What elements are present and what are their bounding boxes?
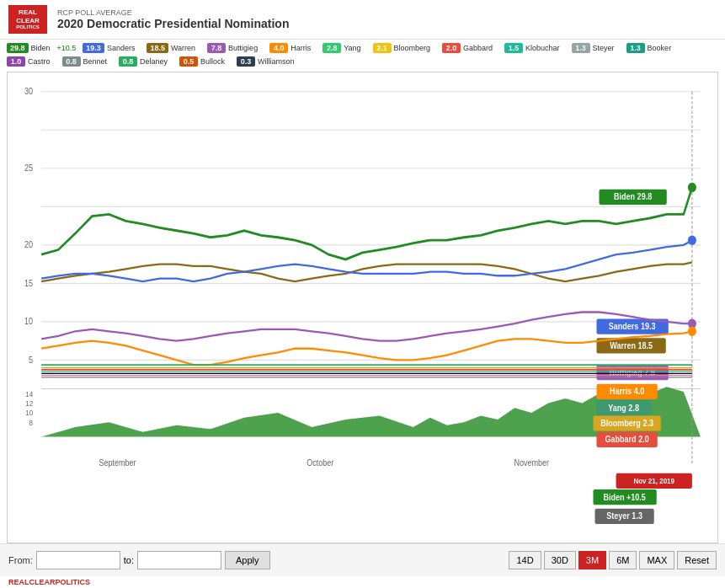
legend-badge: 1.0 — [7, 56, 25, 67]
svg-text:Gabbard 2.0: Gabbard 2.0 — [605, 435, 649, 445]
legend-name: Klobuchar — [525, 44, 560, 52]
legend-name: Bullock — [200, 57, 225, 66]
legend-name: Booker — [648, 44, 672, 52]
logo: REAL CLEAR POLITICS — [8, 5, 47, 34]
logo-line1: REAL — [13, 8, 43, 17]
legend: 29.8Biden+10.519.3Sanders18.5Warren7.8Bu… — [0, 40, 725, 72]
legend-badge: 19.3 — [83, 43, 104, 53]
svg-text:20: 20 — [24, 240, 33, 250]
legend-item: 19.3Sanders — [83, 43, 140, 53]
svg-point-26 — [688, 183, 696, 192]
legend-item: 1.3Booker — [626, 43, 677, 53]
legend-name: Biden — [31, 44, 51, 52]
from-label: From: — [8, 555, 33, 565]
legend-item: 2.0Gabbard — [442, 43, 498, 53]
legend-item: 18.5Warren — [147, 43, 200, 53]
logo-line3: POLITICS — [13, 24, 43, 30]
legend-badge: 7.8 — [207, 43, 226, 53]
svg-text:Warren 18.5: Warren 18.5 — [610, 341, 653, 351]
legend-item: 2.1Bloomberg — [373, 43, 436, 53]
range-buttons: 14D30D3M6MMAXReset — [509, 551, 717, 569]
to-label: to: — [124, 555, 134, 565]
range-button-14d[interactable]: 14D — [509, 551, 541, 569]
svg-text:Bloomberg 2.3: Bloomberg 2.3 — [600, 419, 653, 429]
svg-text:5: 5 — [29, 355, 33, 366]
legend-item: 7.8Buttigieg — [207, 43, 263, 53]
legend-item: 0.8Delaney — [119, 56, 173, 67]
footer-text: REALCLEARPOLITICS — [8, 578, 90, 586]
legend-badge: 0.8 — [119, 56, 137, 67]
svg-text:25: 25 — [24, 163, 33, 174]
from-input[interactable] — [36, 551, 120, 569]
legend-name: Buttigieg — [228, 44, 258, 52]
legend-name: Warren — [171, 44, 195, 52]
svg-text:Biden +10.5: Biden +10.5 — [603, 492, 646, 502]
legend-name: Harris — [291, 44, 311, 52]
legend-badge: 2.1 — [373, 43, 392, 53]
legend-item: 1.5Klobuchar — [504, 43, 565, 53]
legend-name: Delaney — [140, 57, 168, 66]
range-button-3m[interactable]: 3M — [578, 551, 606, 569]
svg-text:Sanders 19.3: Sanders 19.3 — [609, 322, 656, 332]
svg-text:14: 14 — [25, 390, 33, 399]
header-title: 2020 Democratic Presidential Nomination — [57, 17, 717, 30]
legend-badge: 4.0 — [269, 43, 288, 53]
range-button-6m[interactable]: 6M — [609, 551, 637, 569]
svg-point-37 — [688, 327, 696, 336]
legend-item: 0.5Bullock — [179, 56, 230, 67]
range-button-30d[interactable]: 30D — [544, 551, 576, 569]
chart-svg: 30 25 20 15 10 5 14 12 10 8 September Oc… — [8, 72, 717, 543]
legend-item: 1.0Castro — [7, 56, 56, 67]
range-button-reset[interactable]: Reset — [677, 551, 717, 569]
to-input[interactable] — [137, 551, 221, 569]
legend-badge: 29.8 — [7, 43, 29, 53]
svg-text:Harris 4.0: Harris 4.0 — [610, 387, 644, 397]
header-subtitle: RCP POLL AVERAGE — [57, 8, 717, 17]
svg-text:8: 8 — [29, 419, 34, 428]
app: REAL CLEAR POLITICS RCP POLL AVERAGE 202… — [0, 0, 725, 588]
legend-name: Sanders — [107, 44, 136, 52]
logo-line2: CLEAR — [13, 17, 43, 25]
legend-badge: 0.3 — [237, 56, 255, 67]
svg-text:November: November — [514, 457, 549, 468]
legend-name: Gabbard — [463, 44, 493, 52]
svg-text:September: September — [99, 457, 136, 468]
legend-name: Castro — [28, 57, 51, 66]
controls: From: to: Apply 14D30D3M6MMAXReset — [0, 543, 725, 576]
svg-text:Yang 2.8: Yang 2.8 — [608, 404, 639, 414]
apply-button[interactable]: Apply — [225, 551, 270, 569]
legend-badge: 18.5 — [147, 43, 168, 53]
footer: REALCLEARPOLITICS — [0, 576, 725, 588]
legend-name: Bloomberg — [394, 44, 431, 52]
legend-name: Williamson — [258, 57, 295, 66]
svg-text:Nov 21, 2019: Nov 21, 2019 — [633, 477, 674, 486]
header: REAL CLEAR POLITICS RCP POLL AVERAGE 202… — [0, 0, 725, 40]
legend-badge: 2.8 — [323, 43, 341, 53]
svg-text:Biden 29.8: Biden 29.8 — [614, 192, 653, 202]
legend-item: 0.3Williamson — [237, 56, 300, 67]
legend-name: Bennet — [83, 57, 108, 66]
legend-name: Steyer — [593, 44, 615, 52]
svg-text:Steyer 1.3: Steyer 1.3 — [606, 511, 642, 521]
legend-item: 4.0Harris — [269, 43, 316, 53]
legend-item: 2.8Yang — [323, 43, 365, 53]
legend-item: 29.8Biden+10.5 — [7, 43, 76, 53]
legend-badge: 1.5 — [504, 43, 523, 53]
svg-text:10: 10 — [25, 409, 33, 418]
legend-badge: 2.0 — [442, 43, 461, 53]
legend-badge: 1.3 — [626, 43, 645, 53]
legend-item: 1.3Steyer — [572, 43, 620, 53]
svg-point-29 — [688, 236, 696, 245]
svg-text:30: 30 — [24, 87, 33, 97]
legend-badge: 0.5 — [179, 56, 198, 67]
legend-badge: 1.3 — [572, 43, 590, 53]
legend-badge: 0.8 — [62, 56, 81, 67]
svg-text:10: 10 — [24, 317, 33, 327]
header-info: RCP POLL AVERAGE 2020 Democratic Preside… — [57, 8, 717, 30]
range-button-max[interactable]: MAX — [639, 551, 674, 569]
legend-item: 0.8Bennet — [62, 56, 113, 67]
svg-text:15: 15 — [24, 279, 33, 289]
legend-change: +10.5 — [57, 44, 77, 52]
svg-text:October: October — [307, 457, 334, 468]
chart-area: 30 25 20 15 10 5 14 12 10 8 September Oc… — [7, 72, 718, 543]
